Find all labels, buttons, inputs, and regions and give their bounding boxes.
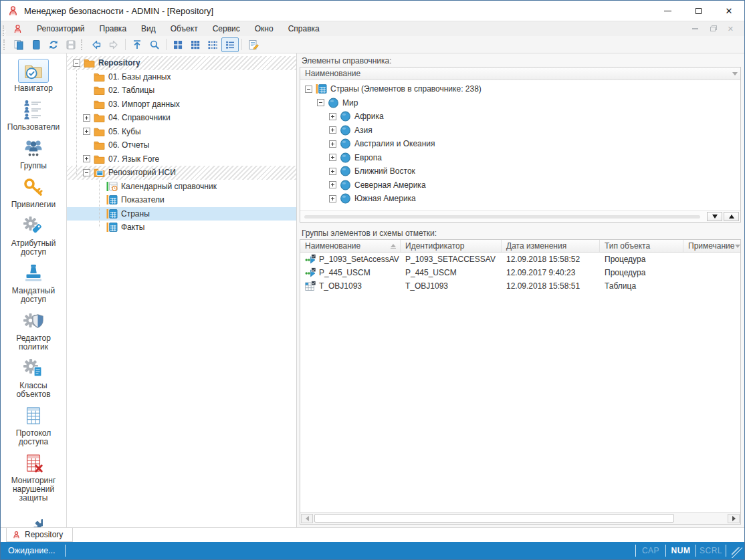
menu-object[interactable]: Объект [163, 21, 205, 36]
new-document-button[interactable] [27, 37, 45, 52]
column-filter-icon[interactable] [735, 245, 740, 248]
scroll-down-button[interactable] [707, 212, 722, 221]
element-node-asia[interactable]: Азия [300, 124, 740, 138]
expand-icon[interactable] [329, 140, 336, 148]
element-node-countries-root[interactable]: Страны (Элементов в справочнике: 238) [300, 82, 740, 96]
tree-node-nsi-repository[interactable]: Репозиторий НСИ [67, 166, 296, 180]
toolbar-grip[interactable] [3, 39, 7, 50]
scroll-left-button[interactable] [301, 514, 313, 523]
sidebar-item-access-protocol[interactable]: Протокол доступа [2, 402, 65, 449]
column-header-date[interactable]: Дата изменения [502, 240, 600, 252]
toolbar-grip[interactable] [81, 39, 85, 50]
expand-icon[interactable] [83, 155, 90, 162]
sidebar-item-object-classes[interactable]: Классы объектов [2, 354, 65, 402]
minimize-button[interactable] [652, 1, 683, 21]
sidebar-item-service[interactable]: Сервис [2, 505, 65, 527]
tree-node-repository[interactable]: Repository [67, 56, 296, 70]
expand-icon[interactable] [83, 128, 90, 135]
maximize-button[interactable] [683, 1, 714, 21]
back-button[interactable] [88, 37, 105, 52]
element-node-south-america[interactable]: Южная Америка [300, 192, 740, 206]
elements-column-header[interactable]: Наименование [300, 67, 740, 80]
go-to-top-button[interactable] [128, 37, 146, 52]
expand-icon[interactable] [329, 126, 336, 134]
scroll-up-button[interactable] [724, 212, 739, 221]
sidebar-item-violation-monitoring[interactable]: Мониторинг нарушений защиты [2, 449, 65, 505]
tree-node-facts[interactable]: Факты [67, 221, 296, 235]
collapse-icon[interactable] [73, 59, 80, 67]
tree-node-databases[interactable]: 01. Базы данных [67, 70, 296, 84]
expand-icon[interactable] [329, 113, 336, 120]
resize-grip[interactable] [732, 547, 742, 558]
menubar-grip[interactable] [3, 25, 6, 36]
tree-node-label: 05. Кубы [108, 127, 141, 136]
element-node-africa[interactable]: Африка [300, 110, 740, 124]
menu-window[interactable]: Окно [247, 21, 281, 36]
horizontal-scrollbar-track[interactable] [304, 215, 700, 219]
tab-repository[interactable]: Repository [6, 528, 73, 542]
expand-icon[interactable] [329, 181, 336, 188]
tree-node-calendar-dictionary[interactable]: Календарный справочник [67, 180, 296, 194]
details-view-button[interactable] [221, 37, 239, 52]
expand-icon[interactable] [329, 154, 336, 161]
element-node-australia-oceania[interactable]: Австралия и Океания [300, 137, 740, 151]
sidebar-item-privileges[interactable]: Привилегии [2, 173, 65, 212]
horizontal-scrollbar-thumb[interactable] [314, 514, 674, 523]
column-header-identifier[interactable]: Идентификатор [401, 240, 502, 252]
large-icons-view-button[interactable] [169, 37, 187, 52]
menu-repository[interactable]: Репозиторий [29, 21, 92, 36]
tree-node-fore-language[interactable]: 07. Язык Fore [67, 152, 296, 166]
table-row[interactable]: T_OBJ1093 T_OBJ1093 12.09.2018 15:58:51 … [300, 279, 740, 293]
list-view-button[interactable] [204, 37, 221, 52]
column-filter-icon[interactable] [732, 72, 738, 76]
table-icon [305, 281, 316, 291]
tree-node-tables[interactable]: 02. Таблицы [67, 84, 296, 98]
collapse-icon[interactable] [317, 99, 324, 106]
mdi-restore-icon[interactable] [710, 27, 716, 31]
element-node-europe[interactable]: Европа [300, 151, 740, 165]
num-lock-indicator: NUM [666, 546, 696, 555]
triangle-up-icon [729, 215, 734, 219]
tree-node-countries[interactable]: Страны [67, 207, 296, 221]
tree-node-import[interactable]: 03. Импорт данных [67, 98, 296, 112]
menu-help[interactable]: Справка [281, 21, 327, 36]
column-header-name[interactable]: Наименование [300, 240, 401, 252]
expand-icon[interactable] [83, 114, 90, 122]
sidebar-item-users[interactable]: Пользователи [2, 96, 65, 134]
scroll-right-button[interactable] [728, 514, 740, 523]
elements-tree: Страны (Элементов в справочнике: 238) Ми… [300, 80, 740, 211]
menu-view[interactable]: Вид [134, 21, 163, 36]
sidebar-item-policy-editor[interactable]: Редактор политик [2, 307, 65, 354]
small-icons-view-button[interactable] [187, 37, 204, 52]
column-header-type[interactable]: Тип объекта [600, 240, 683, 252]
tree-node-dictionaries[interactable]: 04. Справочники [67, 111, 296, 125]
sidebar-item-mandate-access[interactable]: Мандатный доступ [2, 259, 65, 307]
tree-node-reports[interactable]: 06. Отчеты [67, 138, 296, 152]
tree-node-indicators[interactable]: Показатели [67, 193, 296, 207]
expand-icon[interactable] [329, 168, 336, 175]
tree-node-cubes[interactable]: 05. Кубы [67, 125, 296, 139]
close-button[interactable]: ✕ [714, 1, 744, 21]
element-node-world[interactable]: Мир [300, 96, 740, 110]
menu-service[interactable]: Сервис [205, 21, 247, 36]
save-button[interactable] [62, 37, 80, 52]
search-button[interactable] [146, 37, 163, 52]
collapse-icon[interactable] [83, 169, 90, 176]
refresh-button[interactable] [45, 37, 62, 52]
sidebar-item-groups[interactable]: Группы [2, 134, 65, 173]
element-node-middle-east[interactable]: Ближний Восток [300, 164, 740, 178]
element-node-north-america[interactable]: Северная Америка [300, 178, 740, 192]
forward-button[interactable] [105, 37, 122, 52]
copy-document-button[interactable] [10, 37, 27, 52]
mdi-minimize-icon[interactable] [692, 28, 698, 29]
edit-notes-button[interactable] [245, 37, 262, 52]
sidebar-item-navigator[interactable]: Навигатор [2, 57, 65, 96]
sidebar-item-attribute-access[interactable]: Атрибутный доступ [2, 212, 65, 259]
collapse-icon[interactable] [305, 86, 312, 93]
expand-icon[interactable] [329, 195, 336, 202]
menu-edit[interactable]: Правка [92, 21, 134, 36]
table-row[interactable]: P_445_USCM P_445_USCM 12.09.2017 9:40:23… [300, 266, 740, 279]
column-header-note[interactable]: Примечание [683, 240, 740, 252]
table-row[interactable]: P_1093_SetAccessAV P_1093_SETACCESSAV 12… [300, 253, 740, 266]
mdi-close-icon[interactable]: ✕ [728, 25, 734, 33]
